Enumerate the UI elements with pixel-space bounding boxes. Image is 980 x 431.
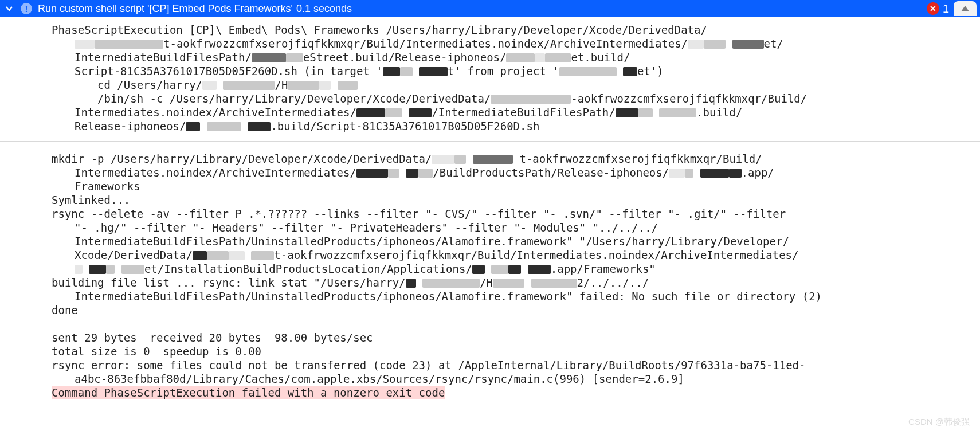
error-highlight: Command PhaseScriptExecution failed with…	[52, 386, 445, 399]
triangle-up-icon	[961, 6, 969, 11]
log-line: et/InstallationBuildProductsLocation/App…	[0, 262, 980, 276]
redacted-text	[688, 40, 704, 49]
log-line: sent 29 bytes received 20 bytes 98.00 by…	[0, 331, 980, 344]
redacted-text	[202, 81, 217, 90]
log-line: IntermediateBuildFilesPath/UninstalledPr…	[0, 289, 980, 303]
redacted-text	[528, 265, 551, 274]
redacted-text	[388, 169, 399, 178]
redacted-text	[89, 265, 106, 274]
redacted-text	[418, 169, 433, 178]
log-line: done	[0, 303, 980, 317]
section-divider	[0, 141, 980, 142]
log-line: Xcode/DerivedData/ t-aokfrwozzcmfxserojf…	[0, 248, 980, 262]
log-line: Intermediates.noindex/ArchiveIntermediat…	[0, 105, 980, 119]
redacted-text	[385, 108, 402, 117]
issue-title: Run custom shell script '[CP] Embed Pods…	[38, 3, 293, 15]
log-line: PhaseScriptExecution [CP]\ Embed\ Pods\ …	[0, 23, 980, 37]
redacted-text	[535, 53, 545, 62]
log-line: Script-81C35A3761017B05D05F260D.sh (in t…	[0, 64, 980, 78]
redacted-text	[286, 53, 303, 62]
redacted-text	[75, 40, 95, 49]
log-line: a4bc-863efbbaf80d/Library/Caches/com.app…	[0, 372, 980, 386]
redacted-text	[406, 169, 418, 178]
log-line: building file list ... rsync: link_stat …	[0, 276, 980, 289]
redacted-text	[106, 265, 115, 274]
log-line: /bin/sh -c /Users/harry/Library/Develope…	[0, 92, 980, 105]
redacted-text	[223, 81, 275, 90]
redacted-text	[95, 40, 163, 49]
log-line: Symlinked...	[0, 193, 980, 207]
redacted-text	[432, 155, 454, 164]
redacted-text	[121, 265, 144, 274]
redacted-text	[559, 67, 617, 76]
redacted-text	[251, 251, 274, 260]
log-line: total size is 0 speedup is 0.00	[0, 344, 980, 358]
redacted-text	[493, 279, 524, 288]
issue-header[interactable]: ! Run custom shell script '[CP] Embed Po…	[0, 0, 980, 17]
redacted-text	[422, 279, 480, 288]
log-line: rsync --delete -av --filter P .*.?????? …	[0, 207, 980, 221]
redacted-text	[506, 53, 535, 62]
redacted-text	[207, 122, 241, 131]
redacted-text	[545, 53, 571, 62]
log-line: InternediateBuildFilesPath/eStreet.build…	[0, 50, 980, 64]
redacted-text	[472, 265, 485, 274]
log-line: mkdir -p /Users/harry/Library/Developer/…	[0, 152, 980, 166]
log-line: IntermediateBuildFilesPath/UninstalledPr…	[0, 234, 980, 248]
log-line: Intermediates.noindex/ArchiveIntermediat…	[0, 166, 980, 179]
log-line: Release-iphoneos/ .build/Script-81C35A37…	[0, 119, 980, 133]
log-output-block-1: PhaseScriptExecution [CP]\ Embed\ Pods\ …	[0, 17, 980, 136]
redacted-text	[491, 95, 571, 104]
redacted-text	[252, 53, 286, 62]
redacted-text	[732, 40, 764, 49]
redacted-text	[229, 251, 245, 260]
redacted-text	[409, 108, 432, 117]
log-output-block-2: mkdir -p /Users/harry/Library/Developer/…	[0, 146, 980, 403]
redacted-text	[491, 265, 508, 274]
redacted-text	[729, 169, 742, 178]
redacted-text	[473, 155, 513, 164]
redacted-text	[419, 67, 448, 76]
redacted-text	[400, 67, 413, 76]
redacted-text	[356, 169, 388, 178]
expand-tab[interactable]	[954, 1, 977, 16]
redacted-text	[454, 155, 466, 164]
error-icon: ✕	[927, 2, 939, 15]
redacted-text	[383, 67, 400, 76]
redacted-text	[685, 169, 693, 178]
redacted-text	[669, 169, 685, 178]
error-count: 1	[943, 2, 949, 15]
redacted-text	[288, 81, 319, 90]
warning-icon: !	[21, 3, 32, 14]
redacted-text	[248, 122, 271, 131]
redacted-text	[700, 169, 729, 178]
redacted-text	[186, 122, 200, 131]
redacted-text	[531, 279, 577, 288]
log-line-error: Command PhaseScriptExecution failed with…	[0, 386, 980, 399]
redacted-text	[319, 81, 331, 90]
chevron-down-icon[interactable]	[5, 4, 14, 13]
log-line: cd /Users/harry/ /H	[0, 78, 980, 92]
redacted-text	[638, 108, 653, 117]
redacted-text	[406, 279, 416, 288]
redacted-text	[75, 265, 83, 274]
redacted-text	[356, 108, 385, 117]
issue-duration: 0.1 seconds	[296, 3, 352, 15]
log-line: rsync error: some files could not be tra…	[0, 358, 980, 372]
redacted-text	[338, 81, 358, 90]
redacted-text	[508, 265, 521, 274]
log-line: Frameworks	[0, 179, 980, 193]
redacted-text	[704, 40, 726, 49]
redacted-text	[623, 67, 637, 76]
redacted-text	[659, 108, 696, 117]
log-line	[0, 317, 980, 331]
redacted-text	[193, 251, 207, 260]
log-line: t-aokfrwozzcmfxserojfiqfkkmxqr/Build/Int…	[0, 37, 980, 50]
redacted-text	[616, 108, 638, 117]
redacted-text	[207, 251, 229, 260]
log-line: "- .hg/" --filter "- Headers" --filter "…	[0, 221, 980, 234]
